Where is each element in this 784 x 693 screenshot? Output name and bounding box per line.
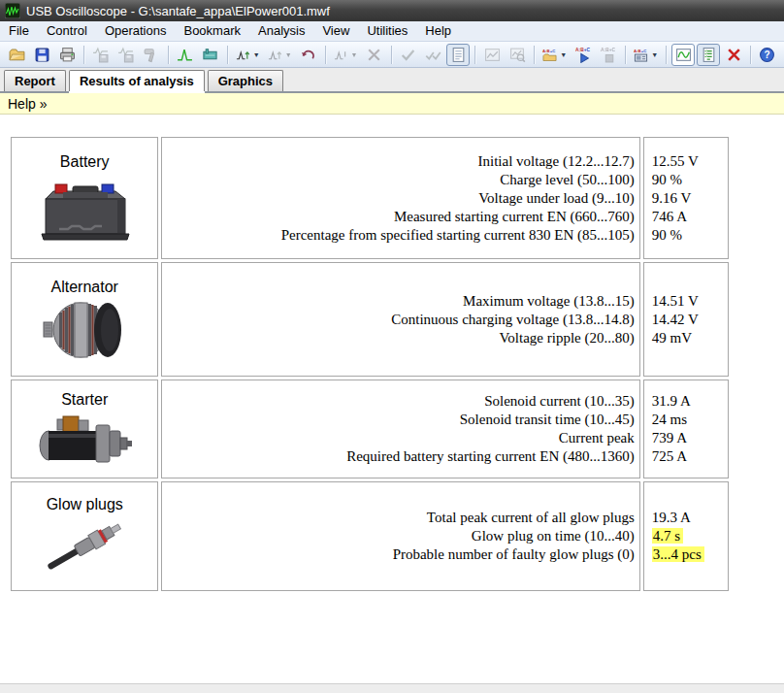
- repair-tool-icon[interactable]: [140, 44, 163, 66]
- load-signal-alt-icon[interactable]: ▼: [265, 44, 295, 66]
- param-value: 49 mV: [644, 329, 728, 347]
- section-title: Glow plugs: [12, 496, 157, 513]
- param-values-cell: 19.3 A4.7 s3...4 pcs: [643, 481, 729, 591]
- apply-check-icon[interactable]: [396, 44, 419, 66]
- section-title: Alternator: [12, 279, 157, 296]
- tab-strip: ReportResults of analysisGraphics: [0, 68, 784, 91]
- svg-text:A:B+C: A:B+C: [542, 48, 555, 52]
- help-icon[interactable]: ?: [756, 44, 779, 66]
- toolbar-separator: [666, 46, 667, 64]
- param-value: 90 %: [644, 226, 728, 245]
- menu-bar: FileControlOperationsBookmarkAnalysisVie…: [0, 21, 784, 42]
- graphics-toggle-icon[interactable]: [671, 44, 695, 66]
- app-window: USB Oscilloscope - G:\santafe_appa\ElPow…: [0, 0, 784, 693]
- results-content: BatteryInitial voltage (12.2...12.7)Char…: [0, 115, 784, 683]
- help-link[interactable]: Help »: [8, 96, 47, 112]
- menu-item-analysis[interactable]: Analysis: [249, 21, 313, 41]
- alternator-image: [12, 299, 157, 361]
- open-script-icon[interactable]: A:B+C▼: [539, 44, 570, 66]
- notes-document-icon[interactable]: [446, 44, 470, 66]
- results-table-body: BatteryInitial voltage (12.2...12.7)Char…: [11, 137, 729, 591]
- param-labels-cell: Total peak current of all glow plugsGlow…: [161, 481, 639, 591]
- component-cell: Starter: [11, 380, 158, 478]
- open-file-icon[interactable]: [5, 44, 28, 66]
- param-label: Maximum voltage (13.8...15): [162, 292, 638, 311]
- save-signal-icon[interactable]: [89, 44, 113, 66]
- chevron-down-icon[interactable]: ▼: [651, 51, 658, 58]
- chevron-down-icon[interactable]: ▼: [285, 51, 292, 58]
- print-icon[interactable]: [55, 44, 79, 66]
- chevron-down-icon[interactable]: ▼: [560, 51, 567, 58]
- help-bar[interactable]: Help »: [0, 93, 784, 115]
- param-values-cell: 12.55 V90 %9.16 V746 A90 %: [643, 137, 729, 259]
- tab-report[interactable]: Report: [4, 70, 66, 91]
- menu-item-bookmark[interactable]: Bookmark: [175, 21, 249, 41]
- marker-tool-icon[interactable]: [199, 44, 222, 66]
- chart-view-icon[interactable]: [480, 44, 504, 66]
- section-row: AlternatorMaximum voltage (13.8...15)Con…: [11, 262, 729, 377]
- section-row: BatteryInitial voltage (12.2...12.7)Char…: [11, 137, 729, 259]
- menu-item-help[interactable]: Help: [416, 21, 460, 41]
- run-script-icon[interactable]: A:B+C: [572, 44, 595, 66]
- tab-results-of-analysis[interactable]: Results of analysis: [69, 70, 205, 91]
- script-panel-icon[interactable]: A:B+C▼: [631, 44, 661, 66]
- remove-signal-icon[interactable]: [363, 44, 386, 66]
- toolbar-separator: [474, 46, 475, 64]
- param-value: 739 A: [644, 429, 728, 447]
- toolbar-separator: [750, 46, 751, 64]
- menu-item-view[interactable]: View: [313, 21, 358, 41]
- chart-zoom-icon[interactable]: [506, 44, 529, 66]
- param-label: Total peak current of all glow plugs: [162, 509, 638, 527]
- param-value: 3...4 pcs: [644, 545, 728, 564]
- battery-image: [12, 174, 157, 244]
- tab-graphics[interactable]: Graphics: [208, 70, 283, 91]
- stop-script-icon[interactable]: A:B+C: [597, 44, 620, 66]
- report-toggle-icon[interactable]: [697, 44, 720, 66]
- component-cell: Alternator: [11, 262, 158, 377]
- toolbar-separator: [83, 46, 84, 64]
- status-bar: [0, 683, 784, 693]
- param-label: Initial voltage (12.2...12.7): [162, 152, 638, 171]
- component-cell: Battery: [11, 137, 158, 259]
- undo-icon[interactable]: [297, 44, 320, 66]
- menu-item-utilities[interactable]: Utilities: [358, 21, 416, 41]
- section-row: Glow plugsTotal peak current of all glow…: [11, 481, 729, 591]
- menu-item-operations[interactable]: Operations: [96, 21, 176, 41]
- chevron-down-icon[interactable]: ▼: [253, 51, 260, 58]
- load-signal-icon[interactable]: ▼: [233, 44, 263, 66]
- param-label: Percentage from specified starting curre…: [162, 226, 638, 245]
- apply-all-check-icon[interactable]: [421, 44, 444, 66]
- delete-analysis-icon[interactable]: [722, 44, 745, 66]
- param-label: Charge level (50...100): [162, 171, 638, 189]
- title-bar: USB Oscilloscope - G:\santafe_appa\ElPow…: [0, 0, 784, 21]
- param-value: 746 A: [644, 208, 728, 226]
- component-cell: Glow plugs: [11, 481, 158, 591]
- param-value: 19.3 A: [644, 509, 728, 527]
- param-value: 725 A: [644, 447, 728, 466]
- param-value: 4.7 s: [644, 527, 728, 545]
- save-file-icon[interactable]: [30, 44, 53, 66]
- param-label: Voltage under load (9...10): [162, 189, 638, 208]
- param-label: Current peak: [162, 429, 638, 447]
- param-value: 24 ms: [644, 411, 728, 429]
- starter-image: [12, 412, 157, 468]
- toolbar-separator: [391, 46, 392, 64]
- menu-item-control[interactable]: Control: [38, 21, 96, 41]
- oscilloscope-logo-icon: [5, 3, 20, 18]
- param-labels-cell: Solenoid current (10...35)Solenoid trans…: [161, 380, 639, 478]
- toolbar-separator: [168, 46, 169, 64]
- toolbar-separator: [625, 46, 626, 64]
- param-label: Glow plug on time (10...40): [162, 527, 638, 545]
- svg-text:A:B+C: A:B+C: [634, 48, 646, 52]
- results-table: BatteryInitial voltage (12.2...12.7)Char…: [8, 134, 732, 594]
- overlay-signal-icon[interactable]: ▼: [331, 44, 361, 66]
- glowplug-image: [12, 516, 157, 577]
- param-label: Voltage ripple (20...80): [162, 329, 638, 347]
- single-capture-icon[interactable]: [174, 44, 197, 66]
- param-value: 31.9 A: [644, 392, 728, 411]
- chevron-down-icon[interactable]: ▼: [351, 51, 358, 58]
- param-label: Solenoid current (10...35): [162, 392, 638, 411]
- save-fragment-icon[interactable]: [114, 44, 138, 66]
- param-value: 14.51 V: [644, 292, 728, 311]
- menu-item-file[interactable]: File: [0, 21, 38, 41]
